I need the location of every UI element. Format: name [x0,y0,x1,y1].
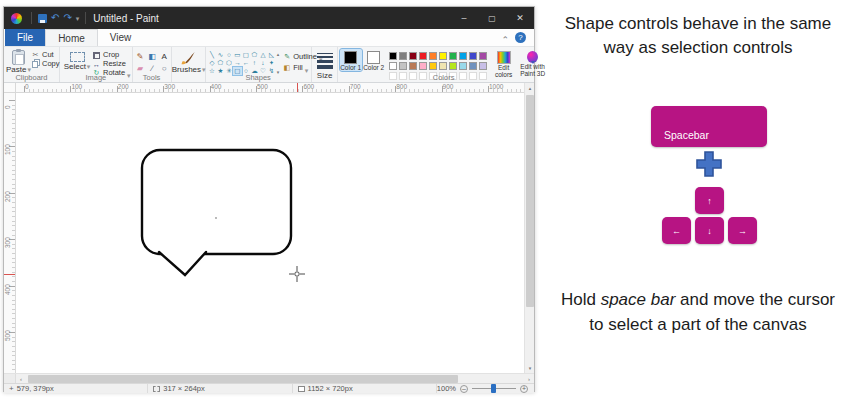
maximize-button[interactable] [478,7,506,29]
minimize-button[interactable] [450,7,478,29]
palette-swatch[interactable] [439,52,447,60]
ruler-label: 700 [350,83,361,90]
horizontal-ruler: 010020030040050060070080090010001100 [16,83,524,93]
palette-swatch[interactable] [409,52,417,60]
vertical-scrollbar[interactable] [524,83,534,373]
brushes-button[interactable]: Brushes [174,49,204,74]
shape-tool[interactable]: ╲ [208,51,217,59]
titlebar: Untitled - Paint [4,7,534,29]
select-label: Select [64,62,86,71]
shape-tool[interactable]: ⬠ [216,59,225,67]
speech-bubble-shape[interactable] [142,150,291,254]
shape-tool[interactable]: → [233,59,242,67]
ruler-cursor-marker [297,83,298,93]
horizontal-scroll-thumb[interactable] [28,375,458,383]
ruler-corner [4,83,16,93]
drawing-canvas[interactable] [16,93,524,373]
palette-swatch[interactable] [429,52,437,60]
palette-swatch[interactable] [399,62,407,70]
ruler-label: 800 [396,83,407,90]
tab-home[interactable]: Home [45,29,98,46]
save-icon[interactable] [38,14,47,23]
shape-tool[interactable]: ← [242,59,251,67]
shape-tool[interactable]: ⬠ [250,51,259,59]
palette-swatch[interactable] [479,62,487,70]
clipboard-group-label: Clipboard [4,73,59,82]
cut-button[interactable]: Cut [31,51,60,59]
palette-swatch[interactable] [459,62,467,70]
right-arrow-key-label: → [738,226,747,236]
up-arrow-key-label: ↑ [707,196,712,206]
image-group: Select Crop Resize Rotate [60,47,133,82]
tab-file[interactable]: File [5,29,45,46]
shape-tool[interactable]: ◇ [208,59,217,67]
palette-swatch[interactable] [419,62,427,70]
shape-tool[interactable]: ▢ [242,51,251,59]
redo-icon[interactable] [63,13,71,23]
vertical-scroll-thumb[interactable] [526,95,534,307]
palette-swatch[interactable] [469,62,477,70]
zoom-in-button[interactable]: + [520,385,528,393]
left-arrow-key-label: ← [672,226,681,236]
collapse-ribbon-icon[interactable] [501,29,509,47]
right-arrow-key: → [728,217,757,244]
shapes-group: ╲∿○▭▢⬠△◺◇⬠⬡→←↑↓✦☆★✳▢○☁♡↯ ▴ ▾ Outline Fil… [206,47,312,82]
shapes-scroll[interactable]: ▴ ▾ [277,51,280,75]
shape-tool[interactable]: ↑ [250,59,259,67]
screenshot: Untitled - Paint File Home View Paste [0,0,850,404]
scroll-down-icon[interactable] [525,363,535,373]
zoom-slider-thumb[interactable] [491,384,496,393]
undo-icon[interactable] [51,13,59,23]
select-icon [70,52,85,62]
palette-swatch[interactable] [479,52,487,60]
palette-swatch[interactable] [459,52,467,60]
status-image-size: 1152 × 720px [293,384,437,393]
shape-tool[interactable]: ⬡ [225,59,234,67]
palette-swatch[interactable] [439,62,447,70]
shape-tool[interactable]: ▭ [233,51,242,59]
shape-tool[interactable]: △ [259,51,268,59]
palette-swatch[interactable] [429,62,437,70]
palette-swatch[interactable] [409,62,417,70]
palette-swatch[interactable] [389,52,397,60]
shape-tool[interactable]: ◺ [267,51,276,59]
color2-button[interactable]: Color 2 [363,49,385,71]
shape-tool[interactable]: ○ [225,51,234,59]
palette-swatch[interactable] [389,62,397,70]
close-button[interactable] [506,7,534,29]
palette-swatch[interactable] [449,62,457,70]
up-arrow-key: ↑ [695,187,724,214]
select-button[interactable]: Select [62,49,92,71]
palette-swatch[interactable] [449,52,457,60]
shape-tool[interactable]: ∿ [216,51,225,59]
text-tool-icon[interactable]: A [159,51,170,62]
zoom-slider[interactable] [472,388,516,389]
tab-view[interactable]: View [98,29,144,46]
outline-icon [283,53,291,61]
color1-button[interactable]: Color 1 [340,49,362,71]
shape-tool[interactable]: ↓ [259,59,268,67]
scroll-up-icon[interactable] [525,83,535,93]
resize-icon [92,61,101,68]
fill-tool-icon[interactable]: ◧ [147,51,158,62]
palette-swatch[interactable] [399,52,407,60]
titlebar-divider [31,12,32,24]
zoom-out-button[interactable]: – [460,385,468,393]
size-label: Size [317,71,333,80]
ribbon: Paste Cut Copy Clipboard S [4,47,534,83]
down-arrow-key-label: ↓ [707,226,712,236]
vertical-ruler: 0100200300400500600 [4,93,16,373]
resize-button[interactable]: Resize [92,60,131,68]
paste-button[interactable]: Paste [6,49,31,74]
pencil-tool-icon[interactable]: ✎ [135,51,146,62]
shapes-scroll-up-icon[interactable]: ▴ [277,51,280,57]
horizontal-scrollbar[interactable] [4,373,534,383]
qat-dropdown-icon[interactable] [76,13,80,24]
palette-swatch[interactable] [469,52,477,60]
palette-swatch[interactable] [419,52,427,60]
shape-tool[interactable]: ✦ [267,59,276,67]
paint-window: Untitled - Paint File Home View Paste [3,6,535,392]
crop-button[interactable]: Crop [92,51,131,59]
help-icon[interactable] [515,32,526,43]
copy-button[interactable]: Copy [31,60,60,68]
